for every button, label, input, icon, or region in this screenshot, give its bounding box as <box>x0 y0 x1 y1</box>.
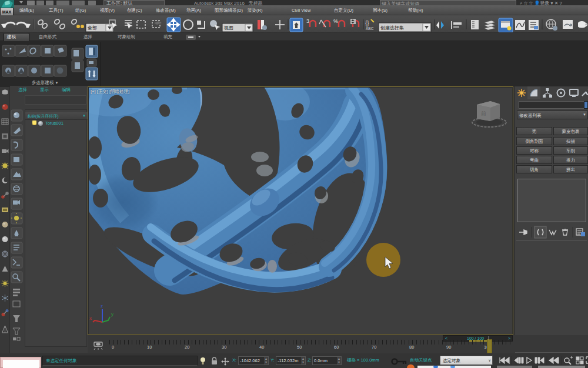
svg-text:3: 3 <box>306 18 309 24</box>
svg-text:创建选择集: 创建选择集 <box>380 25 404 31</box>
svg-text:全部: 全部 <box>88 25 97 31</box>
svg-text:{}: {} <box>365 20 369 26</box>
svg-text:视图: 视图 <box>223 25 233 31</box>
svg-text:%: % <box>333 18 338 24</box>
svg-text:ABC: ABC <box>366 26 374 31</box>
